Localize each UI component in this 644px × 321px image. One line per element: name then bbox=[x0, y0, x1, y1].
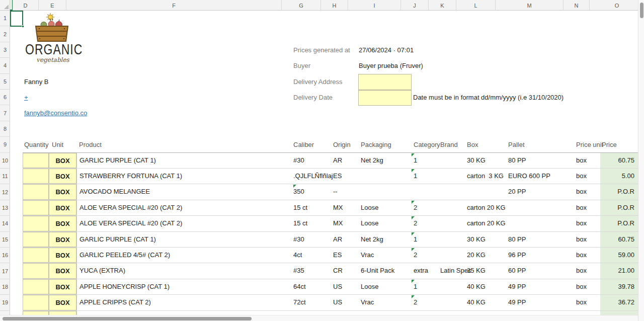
packaging-cell: Vrac bbox=[361, 295, 412, 310]
pallet-cell: 80 PP bbox=[508, 232, 575, 247]
quantity-input-cell[interactable] bbox=[23, 184, 49, 199]
packaging-cell bbox=[361, 184, 412, 199]
price-unit-cell: box bbox=[576, 263, 599, 278]
table-row: BOX GARLIC PEELED 4/5# (CAT 2) 4ct ES Vr… bbox=[23, 248, 638, 263]
packaging-cell: Loose bbox=[361, 216, 412, 231]
unit-cell: BOX bbox=[49, 279, 76, 294]
price-unit-cell: box bbox=[576, 279, 599, 294]
box-cell: 30 KG bbox=[467, 153, 507, 168]
price-unit-cell: box bbox=[576, 232, 599, 247]
unit-cell: BOX bbox=[49, 295, 76, 310]
quantity-input-cell[interactable] bbox=[23, 200, 49, 215]
caliber-cell: .QJLFLÑflñlaj bbox=[293, 169, 333, 184]
unit-cell: BOX bbox=[49, 153, 76, 168]
quantity-input-cell[interactable] bbox=[23, 169, 49, 184]
caliber-cell: 350 bbox=[293, 184, 333, 199]
brand-cell bbox=[440, 169, 465, 184]
quantity-input-cell[interactable] bbox=[23, 232, 49, 247]
caliber-cell: #35 bbox=[293, 263, 333, 278]
unit-cell: BOX bbox=[49, 263, 76, 278]
product-name-cell: GARLIC PURPLE (CAT 1) bbox=[76, 232, 292, 247]
price-cell: P.O.R bbox=[600, 216, 638, 231]
caliber-value: #30 bbox=[293, 156, 304, 164]
origin-cell: US bbox=[333, 295, 359, 310]
box-cell: carton 20 KG bbox=[467, 216, 507, 231]
pallet-cell: 96 PP bbox=[508, 248, 575, 263]
price-unit-cell: box bbox=[576, 169, 599, 184]
caliber-value: #35 bbox=[293, 267, 304, 274]
category-value: 1 bbox=[414, 172, 417, 180]
origin-cell: ES bbox=[333, 169, 359, 184]
table-row: BOX GARLIC PURPLE (CAT 1) #30 AR Net 2kg… bbox=[23, 232, 638, 248]
table-row: BOX AVOCADO MELANGEE 350 -- 20 PP box P.… bbox=[23, 184, 638, 200]
quantity-input-cell[interactable] bbox=[23, 153, 49, 168]
price-unit-cell: box bbox=[576, 216, 599, 231]
price-unit-cell: box bbox=[576, 184, 599, 199]
table-row: BOX ALOE VERA SPECIAL #20 (CAT 2) 15 ct … bbox=[23, 200, 638, 216]
product-name-cell: GARLIC PEELED 4/5# (CAT 2) bbox=[76, 248, 292, 263]
price-unit-cell: box bbox=[576, 153, 599, 168]
comment-flag-icon bbox=[412, 295, 415, 298]
product-name-cell: APPLE CRIPPS (CAT 2) bbox=[76, 295, 292, 310]
pallet-cell: 49 PP bbox=[508, 295, 575, 310]
brand-cell bbox=[440, 153, 465, 168]
origin-cell: -- bbox=[333, 184, 359, 199]
product-name-cell: STRAWBERRY FORTUNA (CAT 1) bbox=[76, 169, 292, 184]
quantity-input-cell[interactable] bbox=[23, 263, 49, 278]
price-cell: 5.00 bbox=[600, 169, 638, 184]
price-unit-cell: box bbox=[576, 200, 599, 215]
comment-flag-icon bbox=[293, 185, 296, 188]
pallet-cell: 20 PP bbox=[508, 184, 575, 199]
caliber-value: 350 bbox=[293, 188, 304, 195]
origin-cell: AR bbox=[333, 153, 359, 168]
category-cell bbox=[411, 184, 439, 199]
caliber-value: .QJLFLÑflñlaj bbox=[293, 172, 333, 180]
brand-cell bbox=[440, 279, 465, 294]
origin-cell: AR bbox=[333, 232, 359, 247]
category-cell: extra bbox=[411, 263, 439, 278]
box-cell bbox=[467, 184, 507, 199]
comment-flag-icon bbox=[412, 169, 415, 172]
table-row: BOX ALOE VERA SPECIAL #20 (CAT 2) 15 ct … bbox=[23, 216, 638, 231]
price-unit-cell: box bbox=[576, 295, 599, 310]
category-cell: 2 bbox=[411, 248, 439, 263]
category-value: 1 bbox=[414, 156, 417, 164]
origin-cell: CR bbox=[333, 263, 359, 278]
horizontal-scrollbar-thumb[interactable] bbox=[3, 317, 252, 320]
brand-cell: Latin Spec bbox=[440, 263, 465, 278]
quantity-input-cell[interactable] bbox=[23, 295, 49, 310]
unit-cell: BOX bbox=[49, 216, 76, 231]
quantity-input-cell[interactable] bbox=[23, 216, 49, 231]
product-name-cell: ALOE VERA SPECIAL #20 (CAT 2) bbox=[76, 200, 292, 215]
price-cell: 21.00 bbox=[600, 263, 638, 278]
pallet-cell bbox=[508, 216, 575, 231]
category-value: 2 bbox=[414, 251, 417, 259]
box-cell: 30 KG bbox=[467, 232, 507, 247]
category-value: 2 bbox=[414, 298, 417, 306]
origin-cell: MX bbox=[333, 216, 359, 231]
vertical-scrollbar-thumb[interactable] bbox=[640, 3, 643, 18]
category-cell: 1 bbox=[411, 232, 439, 247]
price-cell: 36.72 bbox=[600, 295, 638, 310]
quantity-input-cell[interactable] bbox=[23, 279, 49, 294]
caliber-cell: 64ct bbox=[293, 279, 333, 294]
category-value: extra bbox=[414, 267, 428, 274]
packaging-cell: Loose bbox=[361, 279, 412, 294]
box-cell: 35 KG bbox=[467, 263, 507, 278]
comment-flag-icon bbox=[412, 216, 415, 219]
comment-flag-icon bbox=[412, 248, 415, 251]
product-name-cell: GARLIC PURPLE (CAT 1) bbox=[76, 153, 292, 168]
quantity-input-cell[interactable] bbox=[23, 248, 49, 263]
unit-cell: BOX bbox=[49, 200, 76, 215]
category-cell: 1 bbox=[411, 153, 439, 168]
box-cell: carton 20 KG bbox=[467, 200, 507, 215]
caliber-value: #30 bbox=[293, 235, 304, 243]
horizontal-scrollbar bbox=[0, 315, 638, 321]
vertical-scrollbar bbox=[638, 0, 644, 321]
pallet-cell bbox=[508, 200, 575, 215]
caliber-value: 15 ct bbox=[293, 204, 307, 211]
category-value: 2 bbox=[414, 204, 417, 211]
caliber-cell: 15 ct bbox=[293, 216, 333, 231]
category-value: 1 bbox=[414, 283, 417, 290]
packaging-cell: Net 2kg bbox=[361, 153, 412, 168]
